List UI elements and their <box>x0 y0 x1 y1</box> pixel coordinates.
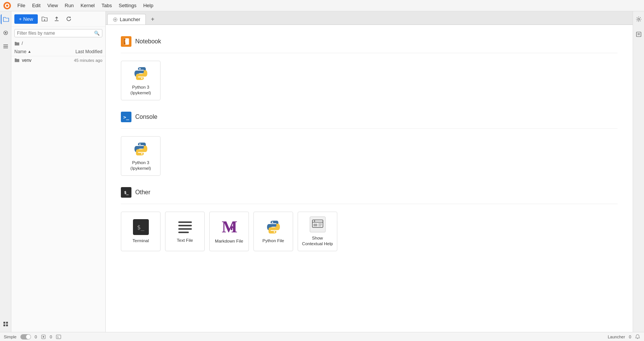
notebook-icon <box>123 38 130 45</box>
console-section-icon: >_ <box>121 112 131 122</box>
column-modified-label: Last Modified <box>53 49 102 54</box>
contextual-help-card-icon <box>310 217 326 232</box>
console-section-title: Console <box>135 114 158 120</box>
search-input-wrap: 🔍 <box>14 29 102 37</box>
breadcrumb: / <box>11 40 105 48</box>
extensions-icon <box>3 321 9 327</box>
markdown-file-card-label: Markdown File <box>215 238 243 244</box>
upload-button[interactable] <box>51 14 62 24</box>
file-row[interactable]: venv 45 minutes ago <box>11 56 105 65</box>
settings-icon-btn[interactable] <box>634 14 644 24</box>
svg-rect-27 <box>314 224 317 226</box>
file-list: venv 45 minutes ago <box>11 56 105 332</box>
python-file-card[interactable]: Python File <box>253 212 293 251</box>
menu-run[interactable]: Run <box>62 2 77 9</box>
contextual-help-card[interactable]: Show Contextual Help <box>298 212 337 251</box>
statusbar-right: Launcher 0 <box>608 334 640 339</box>
console-cards: Python 3 (Ipykernel) <box>121 136 618 176</box>
sort-arrow-icon: ▲ <box>28 49 31 54</box>
text-file-card-icon <box>177 220 193 235</box>
commands-tab[interactable] <box>1 41 11 51</box>
menubar: File Edit View Run Kernel Tabs Settings … <box>0 0 644 11</box>
svg-rect-8 <box>3 322 5 324</box>
search-icon: 🔍 <box>94 31 100 36</box>
toggle-knob <box>26 335 31 339</box>
markdown-logo-svg: M <box>221 219 238 235</box>
python-file-card-label: Python File <box>263 238 284 244</box>
other-section-icon: $_ <box>121 187 131 198</box>
svg-text:M: M <box>222 219 238 235</box>
tab-bar: Launcher + <box>106 11 633 25</box>
terminal-card-icon: $_ <box>133 219 149 235</box>
python-file-card-icon <box>266 219 281 235</box>
folder-item-icon <box>14 58 20 63</box>
plus-icon: + <box>19 16 22 22</box>
text-file-icon-lines <box>177 220 193 235</box>
svg-point-4 <box>5 32 6 34</box>
file-browser-toolbar: + + New New <box>11 11 105 27</box>
terminal-status-icon: $ <box>56 334 61 339</box>
svg-rect-9 <box>6 322 8 324</box>
menu-help[interactable]: Help <box>140 2 156 9</box>
refresh-button[interactable] <box>63 14 74 24</box>
folder-icon <box>3 16 9 22</box>
launcher-content: Notebook Python 3 (Ipykernel) <box>106 25 633 332</box>
inspector-icon-btn[interactable] <box>634 29 644 39</box>
text-file-card[interactable]: Text File <box>165 212 205 251</box>
search-bar: 🔍 <box>11 27 105 40</box>
add-tab-button[interactable]: + <box>147 14 158 25</box>
tab-launcher-label: Launcher <box>120 17 140 22</box>
notebook-section-icon <box>121 36 131 47</box>
column-name-label: Name <box>14 49 26 54</box>
console-section-header: >_ Console <box>121 112 618 122</box>
running-sessions-tab[interactable] <box>1 28 11 38</box>
notebook-cards: Python 3 (Ipykernel) <box>121 61 618 100</box>
main-panel: Launcher + Notebook <box>106 11 633 332</box>
svg-rect-10 <box>3 324 5 326</box>
list-icon <box>3 43 9 49</box>
files-tab[interactable] <box>1 14 11 24</box>
menu-tabs[interactable]: Tabs <box>99 2 115 9</box>
terminal-card[interactable]: $_ Terminal <box>121 212 161 251</box>
sort-by-name[interactable]: Name ▲ <box>14 49 53 54</box>
new-folder-button[interactable] <box>39 14 50 24</box>
terminal-icon-box: $_ <box>133 219 149 235</box>
menu-kernel[interactable]: Kernel <box>77 2 98 9</box>
breadcrumb-path: / <box>22 41 23 46</box>
notebook-divider <box>121 53 618 53</box>
file-browser-panel: + + New New 🔍 / <box>11 11 106 332</box>
new-folder-icon <box>42 16 48 22</box>
extensions-tab[interactable] <box>1 319 11 329</box>
toggle-switch[interactable] <box>20 334 31 339</box>
contextual-help-icon-box <box>310 217 326 232</box>
notifications-icon[interactable] <box>635 334 640 339</box>
menu-settings[interactable]: Settings <box>116 2 139 9</box>
svg-rect-32 <box>636 32 641 37</box>
python3-notebook-label: Python 3 (Ipykernel) <box>125 84 156 96</box>
main-layout: + + New New 🔍 / <box>0 11 644 332</box>
other-divider <box>121 204 618 204</box>
activity-bar <box>0 11 11 332</box>
markdown-file-card[interactable]: M Markdown File <box>209 212 249 251</box>
tab-launcher[interactable]: Launcher <box>107 14 146 25</box>
python-console-icon <box>133 141 149 157</box>
upload-icon <box>54 16 60 22</box>
terminal-card-label: Terminal <box>133 238 149 244</box>
simple-toggle[interactable] <box>20 334 31 339</box>
right-settings-bar <box>633 11 644 332</box>
menu-file[interactable]: File <box>14 2 28 9</box>
python3-console-card[interactable]: Python 3 (Ipykernel) <box>121 136 161 176</box>
svg-point-36 <box>43 336 44 338</box>
new-button[interactable]: + + New New <box>14 14 38 24</box>
text-file-card-label: Text File <box>177 238 193 243</box>
python3-notebook-card[interactable]: Python 3 (Ipykernel) <box>121 61 161 100</box>
python3-console-label: Python 3 (Ipykernel) <box>125 160 156 171</box>
notifications-count: 0 <box>629 335 631 339</box>
menu-view[interactable]: View <box>44 2 61 9</box>
search-input[interactable] <box>17 31 94 36</box>
inspector-icon <box>636 31 642 37</box>
python-logo-svg2 <box>133 141 149 157</box>
menu-edit[interactable]: Edit <box>29 2 43 9</box>
other-section-header: $_ Other <box>121 187 618 198</box>
other-section-title: Other <box>135 189 150 196</box>
